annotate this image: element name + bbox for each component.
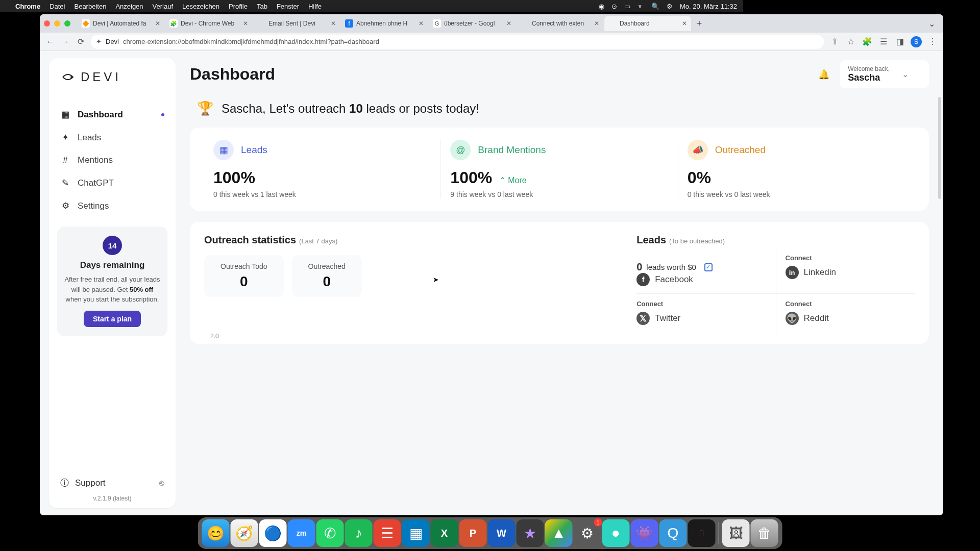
facebook-icon: f <box>636 273 650 286</box>
control-center-icon[interactable]: ⚙ <box>667 3 673 10</box>
close-icon[interactable]: ✕ <box>419 20 424 27</box>
browser-window: 🔶Devi | Automated fa✕ 🧩Devi - Chrome Web… <box>40 14 743 416</box>
menu-bearbeiten[interactable]: Bearbeiten <box>74 3 106 10</box>
trial-text: After free trail end, all your leads wil… <box>64 274 160 305</box>
platform-label: Twitter <box>655 313 680 323</box>
sidebar: DEVI ▦Dashboard ✦Leads #Mentions ✎ChatGP… <box>49 58 176 416</box>
wifi-icon[interactable]: ᯤ <box>638 3 644 10</box>
menu-lesezeichen[interactable]: Lesezeichen <box>182 3 219 10</box>
address-host: Devi <box>106 38 119 45</box>
menu-verlauf[interactable]: Verlauf <box>153 3 173 10</box>
main-content: Dashboard 🔔 Welcome back, Sascha ⌄ 🏆 Sas… <box>176 51 743 416</box>
menu-tab[interactable]: Tab <box>257 3 267 10</box>
close-icon[interactable]: ✕ <box>331 20 336 27</box>
sidebar-item-chatgpt[interactable]: ✎ChatGPT <box>57 173 167 192</box>
search-icon[interactable]: 🔍 <box>651 3 659 10</box>
sidebar-label: Dashboard <box>78 110 123 120</box>
menu-anzeigen[interactable]: Anzeigen <box>115 3 143 10</box>
tab-connect-exten[interactable]: Connect with exten✕ <box>517 16 603 31</box>
window-zoom[interactable] <box>64 20 70 27</box>
stat-more-link[interactable]: ⌃More <box>499 176 526 185</box>
stats-row: ▦Leads 100% 0 this week vs 1 last week @… <box>190 128 743 211</box>
trophy-icon: 🏆 <box>197 101 213 116</box>
mini-label: Outreach Todo <box>220 262 267 270</box>
sidebar-item-dashboard[interactable]: ▦Dashboard <box>57 105 167 124</box>
sidebar-label: Settings <box>78 201 109 211</box>
tab-dashboard[interactable]: Dashboard✕ <box>604 16 691 31</box>
close-icon[interactable]: ✕ <box>594 20 599 27</box>
mini-label: Outreached <box>308 262 346 270</box>
chevron-up-icon: ⌃ <box>499 176 506 185</box>
card-subtitle: (To be outreached) <box>669 237 725 245</box>
battery-icon[interactable]: ▭ <box>624 3 630 10</box>
extension-icon: ✦ <box>96 38 102 45</box>
tab-email-sent[interactable]: Email Sent | Devi✕ <box>253 16 340 31</box>
leads-icon: ✦ <box>60 132 70 143</box>
close-icon[interactable]: ✕ <box>243 20 248 27</box>
stat-label: Outreached <box>715 144 743 156</box>
address-bar[interactable]: ✦ Devi chrome-extension://obofmdbkmindkb… <box>91 35 743 49</box>
dashboard-icon: ▦ <box>60 109 70 120</box>
trial-days-badge: 14 <box>103 236 122 255</box>
close-icon[interactable]: ✕ <box>682 20 687 27</box>
connect-grid: 0leads worth $0✓ fFacebook Connect inLin… <box>636 248 743 332</box>
mentions-icon: # <box>60 155 70 165</box>
platform-label: Facebook <box>655 274 693 285</box>
outreach-statistics: Outreach statistics(Last 7 days) Outreac… <box>204 234 621 340</box>
sidebar-item-settings[interactable]: ⚙Settings <box>57 196 167 215</box>
menu-datei[interactable]: Datei <box>50 3 65 10</box>
chart-y-axis-tick: 2.0 <box>204 333 621 340</box>
close-icon[interactable]: ✕ <box>506 20 511 27</box>
stat-sub: 0 this week vs 1 last week <box>213 190 431 198</box>
stat-label: Brand Mentions <box>478 144 546 156</box>
svg-point-0 <box>70 76 72 78</box>
menubar-clock[interactable]: Mo. 20. März 11:32 <box>680 3 737 10</box>
twitter-icon: 𝕏 <box>636 312 650 325</box>
start-plan-button[interactable]: Start a plan <box>84 311 141 327</box>
connect-facebook[interactable]: 0leads worth $0✓ fFacebook <box>636 248 743 293</box>
menu-profile[interactable]: Profile <box>229 3 248 10</box>
tab-strip: 🔶Devi | Automated fa✕ 🧩Devi - Chrome Web… <box>40 14 743 33</box>
stat-value: 100% <box>213 168 431 187</box>
stat-sub: 9 this week vs 0 last week <box>450 190 668 198</box>
outreached-stat-icon: 📣 <box>688 140 708 160</box>
tab-abnehmen[interactable]: fAbnehmen ohne H✕ <box>341 16 428 31</box>
close-icon[interactable]: ✕ <box>155 20 160 27</box>
tab-devi-chrome-web[interactable]: 🧩Devi - Chrome Web✕ <box>165 16 252 31</box>
connect-label: Connect <box>636 300 743 308</box>
mini-value: 0 <box>220 273 267 290</box>
outreach-todo: Outreach Todo 0 <box>204 255 284 297</box>
trial-card: 14 Days remaining After free trail end, … <box>57 227 167 336</box>
menu-fenster[interactable]: Fenster <box>277 3 299 10</box>
forward-button[interactable]: → <box>60 37 70 46</box>
reload-button[interactable]: ⟳ <box>76 37 86 46</box>
window-minimize[interactable] <box>54 20 60 27</box>
chatgpt-icon: ✎ <box>60 178 70 188</box>
leads-checkbox[interactable]: ✓ <box>704 263 713 271</box>
card-title: Outreach statistics <box>204 234 296 245</box>
page-title: Dashboard <box>190 65 275 84</box>
sidebar-item-mentions[interactable]: #Mentions <box>57 151 167 169</box>
menubar-right: ◉ ⊙ ▭ ᯤ 🔍 ⚙ Mo. 20. März 11:32 <box>599 3 737 10</box>
tab-ubersetzer[interactable]: Gübersetzer - Googl✕ <box>429 16 516 31</box>
app-content: DEVI ▦Dashboard ✦Leads #Mentions ✎ChatGP… <box>40 51 743 416</box>
connect-twitter[interactable]: Connect 𝕏Twitter <box>636 293 743 332</box>
tab-devi-automated[interactable]: 🔶Devi | Automated fa✕ <box>78 16 164 31</box>
traffic-lights <box>44 20 70 27</box>
menubar-app-name[interactable]: Chrome <box>15 3 40 10</box>
back-button[interactable]: ← <box>45 37 55 46</box>
lower-card: Outreach statistics(Last 7 days) Outreac… <box>190 222 743 344</box>
menu-hilfe[interactable]: Hilfe <box>308 3 322 10</box>
sidebar-label: Mentions <box>78 155 113 165</box>
logo: DEVI <box>57 69 167 85</box>
play-icon[interactable]: ⊙ <box>611 3 617 10</box>
sidebar-item-leads[interactable]: ✦Leads <box>57 128 167 147</box>
sidebar-label: ChatGPT <box>78 178 114 188</box>
outreached-count: Outreached 0 <box>292 255 362 297</box>
record-icon[interactable]: ◉ <box>599 3 604 10</box>
settings-icon: ⚙ <box>60 201 70 211</box>
window-close[interactable] <box>44 20 50 27</box>
sidebar-nav: ▦Dashboard ✦Leads #Mentions ✎ChatGPT ⚙Se… <box>57 105 167 215</box>
headline: 🏆 Sascha, Let's outreach 10 leads or pos… <box>190 101 743 116</box>
new-tab-button[interactable]: + <box>692 18 706 29</box>
